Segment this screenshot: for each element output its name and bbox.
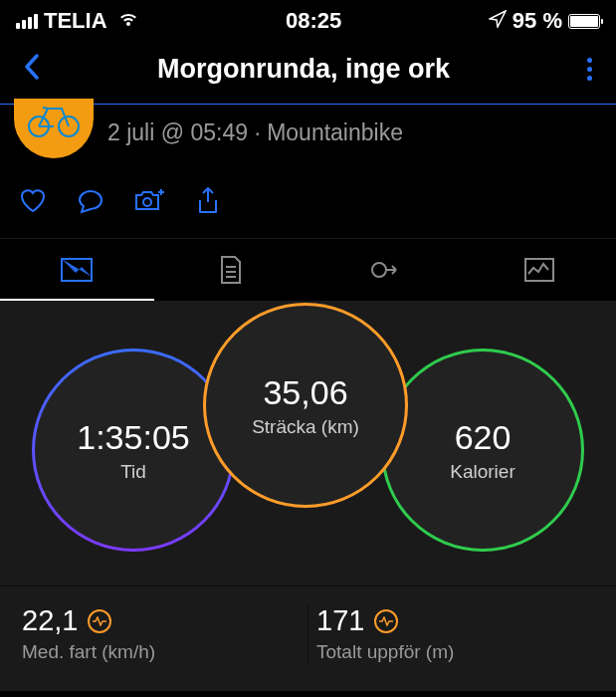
stats-panel: 1:35:05 Tid 620 Kalorier 35,06 Sträcka (… [0, 301, 616, 585]
stat-avg-speed[interactable]: 22,1 Med. fart (km/h) [22, 604, 300, 663]
distance-label: Sträcka (km) [252, 416, 359, 438]
stat-circle-time[interactable]: 1:35:05 Tid [32, 348, 235, 552]
camera-add-icon[interactable] [133, 186, 167, 220]
avg-speed-value: 22,1 [22, 604, 78, 637]
ascent-value: 171 [316, 604, 364, 637]
tab-row [0, 238, 616, 299]
time-value: 1:35:05 [77, 418, 189, 457]
tab-notes[interactable] [154, 239, 308, 299]
pulse-icon [88, 609, 111, 633]
stat-circle-calories[interactable]: 620 Kalorier [381, 348, 584, 552]
divider [308, 604, 308, 663]
battery-icon [568, 14, 600, 29]
status-bar: TELIA 08:25 95 % [0, 0, 616, 38]
heart-icon[interactable] [18, 186, 48, 220]
status-left: TELIA [16, 8, 139, 34]
tab-chart[interactable] [462, 239, 616, 299]
time-label: Tid [120, 461, 146, 483]
carrier-label: TELIA [44, 8, 107, 34]
header: Morgonrunda, inge ork [0, 38, 616, 105]
more-button[interactable] [577, 54, 602, 85]
svg-point-2 [143, 198, 151, 206]
wifi-icon [117, 8, 139, 34]
bottom-stats: 22,1 Med. fart (km/h) 171 Totalt uppför … [0, 585, 616, 691]
comment-icon[interactable] [76, 186, 105, 220]
status-time: 08:25 [286, 8, 341, 34]
stat-circle-distance[interactable]: 35,06 Sträcka (km) [203, 303, 408, 508]
calories-value: 620 [455, 418, 512, 457]
location-icon [489, 8, 507, 34]
battery-pct: 95 % [513, 8, 562, 34]
avg-speed-label: Med. fart (km/h) [22, 641, 300, 663]
tab-laps[interactable] [308, 239, 463, 299]
calories-label: Kalorier [450, 461, 514, 483]
page-title: Morgonrunda, inge ork [30, 54, 577, 85]
bike-icon [26, 99, 82, 142]
tab-stats[interactable] [0, 239, 154, 299]
share-icon[interactable] [195, 186, 221, 220]
action-row [0, 176, 616, 238]
stat-ascent[interactable]: 171 Totalt uppför (m) [316, 604, 594, 663]
status-right: 95 % [489, 8, 600, 34]
activity-meta: 2 juli @ 05:49 · Mountainbike [0, 105, 616, 176]
ascent-label: Totalt uppför (m) [316, 641, 594, 663]
pulse-icon [374, 609, 398, 633]
signal-icon [16, 14, 38, 29]
activity-meta-text: 2 juli @ 05:49 · Mountainbike [107, 119, 403, 146]
distance-value: 35,06 [263, 373, 347, 412]
avatar[interactable] [14, 99, 94, 158]
